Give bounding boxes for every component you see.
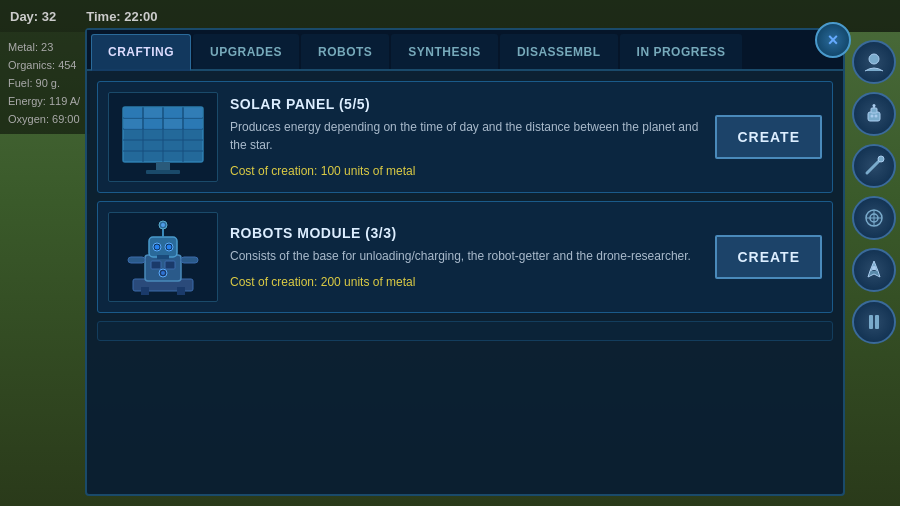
robots-module-image [108, 212, 218, 302]
svg-rect-27 [128, 257, 145, 263]
cells-button[interactable] [852, 196, 896, 240]
svg-point-38 [869, 54, 879, 64]
robots-module-desc: Consists of the base for unloading/charg… [230, 247, 703, 265]
robots-module-info: ROBOTS MODULE (3/3) Consists of the base… [230, 225, 703, 289]
time-label: Time: 22:00 [86, 9, 157, 24]
tab-bar: CRAFTING UPGRADES ROBOTS SYNTHESIS DISAS… [87, 30, 843, 71]
svg-rect-53 [875, 315, 879, 329]
svg-rect-17 [146, 170, 180, 174]
svg-point-26 [161, 271, 165, 275]
svg-rect-23 [151, 261, 161, 269]
robots-module-create-button[interactable]: CREATE [715, 235, 822, 279]
solar-panel-create-button[interactable]: CREATE [715, 115, 822, 159]
metal-stat: Metal: 23 [8, 38, 82, 56]
close-button[interactable]: × [815, 22, 851, 58]
svg-point-41 [871, 115, 874, 118]
solar-panel-desc: Produces energy depending on the time of… [230, 118, 703, 154]
robots-module-title: ROBOTS MODULE (3/3) [230, 225, 703, 241]
solar-panel-info: SOLAR PANEL (5/5) Produces energy depend… [230, 96, 703, 178]
svg-rect-28 [181, 257, 198, 263]
robot-button[interactable] [852, 92, 896, 136]
tab-robots[interactable]: ROBOTS [301, 34, 389, 69]
arm-button[interactable] [852, 144, 896, 188]
robots-module-card: ROBOTS MODULE (3/3) Consists of the base… [97, 201, 833, 313]
partial-card [97, 321, 833, 341]
svg-point-44 [873, 104, 876, 107]
svg-point-37 [161, 223, 165, 227]
solar-panel-cost: Cost of creation: 100 units of metal [230, 164, 703, 178]
tab-disassembl[interactable]: DISASSEMBL [500, 34, 618, 69]
svg-point-46 [878, 156, 884, 162]
solar-panel-card: SOLAR PANEL (5/5) Produces energy depend… [97, 81, 833, 193]
svg-rect-34 [157, 255, 169, 259]
energy-stat: Energy: 119 A/ [8, 92, 82, 110]
left-stats-panel: Metal: 23 Organics: 454 Fuel: 90 g. Ener… [0, 32, 90, 134]
avatar-button[interactable] [852, 40, 896, 84]
svg-rect-40 [871, 108, 877, 113]
solar-panel-image [108, 92, 218, 182]
svg-point-31 [155, 245, 160, 250]
oxygen-stat: Oxygen: 69:00 [8, 110, 82, 128]
robots-module-cost: Cost of creation: 200 units of metal [230, 275, 703, 289]
solar-panel-title: SOLAR PANEL (5/5) [230, 96, 703, 112]
svg-rect-18 [123, 107, 203, 162]
pause-button[interactable] [852, 300, 896, 344]
right-buttons-panel [848, 32, 900, 352]
svg-rect-20 [141, 287, 149, 295]
content-area[interactable]: SOLAR PANEL (5/5) Produces energy depend… [87, 71, 843, 494]
svg-rect-24 [165, 261, 175, 269]
svg-rect-16 [156, 162, 170, 170]
rocket-button[interactable] [852, 248, 896, 292]
fuel-stat: Fuel: 90 g. [8, 74, 82, 92]
tab-in-progress[interactable]: IN PROGRESS [620, 34, 743, 69]
tab-crafting[interactable]: CRAFTING [91, 34, 191, 71]
svg-rect-21 [177, 287, 185, 295]
tab-upgrades[interactable]: UPGRADES [193, 34, 299, 69]
day-label: Day: 32 [10, 9, 56, 24]
organics-stat: Organics: 454 [8, 56, 82, 74]
main-panel: × CRAFTING UPGRADES ROBOTS SYNTHESIS DIS… [85, 28, 845, 496]
svg-point-42 [875, 115, 878, 118]
svg-rect-52 [869, 315, 873, 329]
tab-synthesis[interactable]: SYNTHESIS [391, 34, 498, 69]
svg-point-51 [872, 266, 876, 270]
svg-point-33 [167, 245, 172, 250]
